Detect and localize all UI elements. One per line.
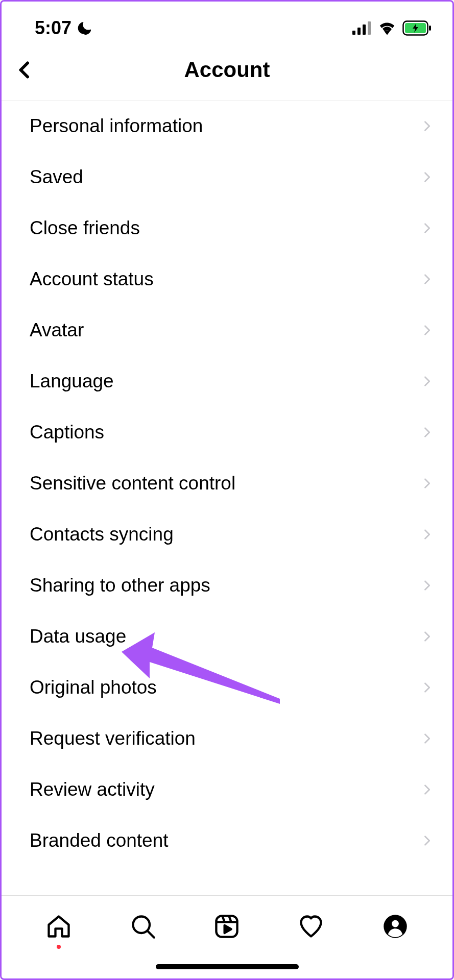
chevron-right-icon bbox=[422, 525, 433, 544]
list-item-label: Review activity bbox=[30, 779, 155, 800]
chevron-right-icon bbox=[422, 321, 433, 339]
chevron-right-icon bbox=[422, 270, 433, 288]
notification-dot-icon bbox=[57, 945, 61, 949]
list-item-label: Account status bbox=[30, 268, 154, 290]
settings-item-language[interactable]: Language bbox=[2, 356, 452, 407]
back-button[interactable] bbox=[12, 57, 37, 83]
nav-search[interactable] bbox=[128, 911, 158, 942]
heart-icon bbox=[298, 913, 324, 940]
settings-item-contacts-syncing[interactable]: Contacts syncing bbox=[2, 509, 452, 560]
settings-item-account-status[interactable]: Account status bbox=[2, 254, 452, 305]
settings-item-captions[interactable]: Captions bbox=[2, 407, 452, 458]
chevron-right-icon bbox=[422, 474, 433, 493]
svg-rect-4 bbox=[368, 21, 371, 35]
svg-rect-2 bbox=[363, 24, 366, 35]
settings-item-personal-information[interactable]: Personal information bbox=[2, 101, 452, 152]
list-item-label: Close friends bbox=[30, 217, 140, 239]
chevron-right-icon bbox=[422, 576, 433, 595]
home-icon bbox=[45, 913, 72, 940]
chevron-right-icon bbox=[422, 168, 433, 186]
chevron-right-icon bbox=[422, 372, 433, 390]
home-indicator[interactable] bbox=[156, 964, 299, 969]
list-item-label: Original photos bbox=[30, 677, 157, 698]
battery-charging-icon bbox=[402, 20, 432, 36]
list-item-label: Language bbox=[30, 371, 114, 392]
cellular-signal-icon bbox=[352, 21, 372, 35]
phone-screen: 5:07 bbox=[0, 0, 454, 980]
chevron-right-icon bbox=[422, 678, 433, 697]
settings-item-review-activity[interactable]: Review activity bbox=[2, 764, 452, 815]
list-item-label: Branded content bbox=[30, 830, 169, 851]
list-item-label: Sharing to other apps bbox=[30, 575, 210, 596]
status-time-area: 5:07 bbox=[35, 17, 91, 39]
list-item-label: Sensitive content control bbox=[30, 473, 235, 494]
profile-icon bbox=[382, 913, 409, 940]
settings-item-sharing-to-other-apps[interactable]: Sharing to other apps bbox=[2, 560, 452, 611]
chevron-right-icon bbox=[422, 831, 433, 850]
chevron-right-icon bbox=[422, 219, 433, 237]
nav-activity[interactable] bbox=[296, 911, 326, 942]
settings-item-original-photos[interactable]: Original photos bbox=[2, 662, 452, 713]
chevron-right-icon bbox=[422, 627, 433, 646]
chevron-right-icon bbox=[422, 423, 433, 442]
reels-icon bbox=[213, 913, 240, 940]
page-title: Account bbox=[14, 58, 440, 82]
settings-item-avatar[interactable]: Avatar bbox=[2, 305, 452, 356]
bottom-nav bbox=[2, 895, 452, 954]
settings-item-close-friends[interactable]: Close friends bbox=[2, 203, 452, 254]
settings-item-saved[interactable]: Saved bbox=[2, 152, 452, 203]
chevron-right-icon bbox=[422, 729, 433, 748]
list-item-label: Request verification bbox=[30, 728, 196, 749]
home-indicator-area bbox=[2, 954, 452, 978]
svg-rect-0 bbox=[352, 31, 355, 35]
list-item-label: Captions bbox=[30, 422, 104, 443]
status-time: 5:07 bbox=[35, 17, 71, 39]
wifi-icon bbox=[378, 21, 396, 35]
svg-rect-7 bbox=[429, 26, 431, 31]
settings-list: Personal information Saved Close friends… bbox=[2, 101, 452, 895]
list-item-label: Personal information bbox=[30, 115, 203, 137]
status-bar: 5:07 bbox=[2, 2, 452, 47]
nav-home[interactable] bbox=[43, 911, 74, 942]
list-item-label: Avatar bbox=[30, 320, 84, 341]
chevron-right-icon bbox=[422, 117, 433, 135]
list-item-label: Contacts syncing bbox=[30, 524, 174, 545]
search-icon bbox=[130, 913, 156, 940]
svg-point-8 bbox=[133, 917, 150, 934]
page-header: Account bbox=[2, 47, 452, 101]
settings-item-sensitive-content-control[interactable]: Sensitive content control bbox=[2, 458, 452, 509]
chevron-left-icon bbox=[15, 59, 34, 81]
settings-item-branded-content[interactable]: Branded content bbox=[2, 815, 452, 866]
chevron-right-icon bbox=[422, 780, 433, 799]
svg-point-15 bbox=[392, 920, 399, 927]
nav-profile[interactable] bbox=[380, 911, 411, 942]
svg-line-9 bbox=[148, 932, 154, 938]
nav-reels[interactable] bbox=[211, 911, 242, 942]
settings-item-request-verification[interactable]: Request verification bbox=[2, 713, 452, 764]
list-item-label: Saved bbox=[30, 166, 83, 188]
settings-item-data-usage[interactable]: Data usage bbox=[2, 611, 452, 662]
status-right bbox=[352, 20, 432, 36]
do-not-disturb-icon bbox=[77, 21, 91, 35]
svg-rect-1 bbox=[357, 28, 361, 35]
list-item-label: Data usage bbox=[30, 626, 126, 647]
